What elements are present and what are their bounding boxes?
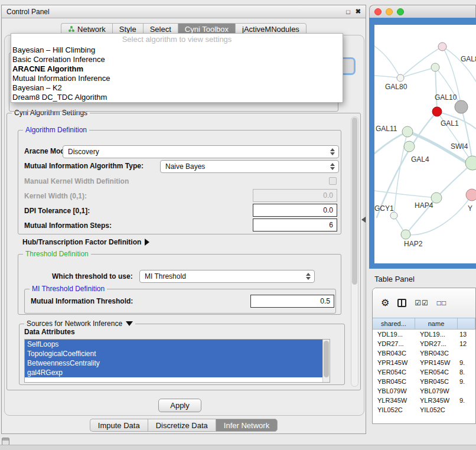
combo-arrows-icon: [306, 273, 312, 280]
apply-button[interactable]: Apply: [158, 399, 201, 412]
algorithm-option[interactable]: Bayesian – K2: [11, 83, 343, 93]
algorithm-option[interactable]: Bayesian – Hill Climbing: [11, 45, 343, 55]
hub-section-label: Hub/Transcription Factor Definition: [22, 238, 141, 246]
panel-splitter-handle[interactable]: [361, 217, 366, 223]
which-threshold-combobox[interactable]: MI Threshold: [139, 270, 315, 283]
data-attribute-item[interactable]: TopologicalCoefficient: [25, 349, 322, 358]
threshold-definition-groupbox: Threshold Definition Which threshold to …: [18, 254, 341, 315]
data-attribute-item[interactable]: SelfLoops: [25, 340, 322, 349]
table-row[interactable]: YDR27... YDR27... 12: [373, 339, 475, 348]
network-window-titlebar[interactable]: [369, 5, 476, 18]
network-edge[interactable]: [374, 132, 407, 154]
aracne-mode-combobox[interactable]: Discovery: [63, 145, 339, 158]
tab-infer-network-label: Infer Network: [224, 421, 269, 430]
network-node[interactable]: [402, 126, 413, 137]
cell-extra: 12: [458, 339, 475, 348]
data-attribute-item[interactable]: gal4RGexp: [25, 368, 322, 377]
manual-kernel-width-label: Manual Kernel Width Definition: [24, 177, 129, 185]
sources-section-toggle[interactable]: Sources for Network Inference: [24, 319, 135, 328]
table-row[interactable]: YBL079W YBL079W: [373, 386, 475, 396]
hub-section-toggle[interactable]: Hub/Transcription Factor Definition: [22, 238, 149, 246]
network-edge[interactable]: [400, 67, 435, 78]
application-root: Control Panel □ ✖ Network: [0, 0, 476, 450]
network-node-label: GAL80: [385, 83, 407, 91]
close-icon[interactable]: ✖: [356, 8, 361, 15]
mi-threshold-groupbox: MI Threshold Definition Mutual Informati…: [24, 289, 336, 314]
algorithm-option[interactable]: Dream8 DC_TDC Algorithm: [11, 93, 343, 102]
algorithm-option[interactable]: Mutual Information Inference: [11, 74, 343, 83]
deselect-all-checkboxes-icon[interactable]: □□: [437, 299, 447, 307]
column-header-name[interactable]: name: [415, 318, 458, 329]
network-node[interactable]: [390, 212, 397, 219]
algorithm-option[interactable]: Basic Correlation Inference: [11, 55, 343, 64]
manual-kernel-width-checkbox[interactable]: [329, 177, 337, 185]
algorithm-option[interactable]: ARACNE Algorithm: [11, 64, 343, 74]
table-row[interactable]: YER054C YER054C 8.: [373, 367, 475, 377]
tab-infer-network[interactable]: Infer Network: [216, 419, 278, 432]
close-traffic-light-icon[interactable]: [374, 8, 382, 15]
minimize-traffic-light-icon[interactable]: [386, 8, 393, 15]
network-node[interactable]: [401, 230, 410, 239]
mi-threshold-field[interactable]: 0.5: [250, 295, 334, 308]
network-node[interactable]: [404, 141, 415, 152]
network-node[interactable]: [455, 100, 468, 113]
sources-section-label: Sources for Network Inference: [27, 319, 122, 328]
network-node[interactable]: [438, 43, 446, 51]
network-focus-frame: GAL8GAL80GAL10GAL11GAL1SWI4GAL4GCY1HAP4Y…: [369, 18, 476, 269]
cyni-algorithm-settings-groupbox: Cyni Algorithm Settings Algorithm Defini…: [6, 113, 361, 390]
cell-shared-name: YBL079W: [373, 386, 415, 396]
algorithm-definition-groupbox: Algorithm Definition Aracne Mode: Discov…: [18, 130, 341, 234]
cell-extra: [458, 386, 475, 396]
network-edge[interactable]: [435, 67, 437, 112]
column-header-shared-name[interactable]: shared...: [373, 318, 415, 329]
column-header-extra[interactable]: [458, 318, 475, 329]
data-attribute-items: SelfLoopsTopologicalCoefficientBetweenne…: [25, 340, 330, 377]
data-attributes-label: Data Attributes: [24, 328, 75, 336]
cell-name: YDL19...: [415, 330, 458, 339]
float-window-icon[interactable]: □: [346, 8, 350, 15]
network-edge[interactable]: [442, 47, 476, 81]
mi-algorithm-type-combobox[interactable]: Naive Bayes: [160, 160, 339, 173]
cell-shared-name: YPR145W: [373, 358, 415, 367]
table-row[interactable]: YLR345W YLR345W 9.: [373, 396, 475, 405]
tab-jactivemnodules-label: jActiveMNodules: [242, 25, 299, 34]
kernel-width-field[interactable]: 0.0: [253, 189, 337, 202]
data-attribute-item[interactable]: BetweennessCentrality: [25, 358, 322, 368]
collapsed-arrow-icon: [145, 239, 149, 246]
control-panel-title: Control Panel: [6, 8, 50, 16]
tab-impute-data[interactable]: Impute Data: [90, 419, 148, 432]
network-edge[interactable]: [374, 191, 436, 198]
network-node[interactable]: [431, 63, 439, 71]
network-node-label: GAL10: [435, 93, 457, 102]
gear-icon[interactable]: ⚙: [381, 298, 389, 308]
control-panel-window: Control Panel □ ✖ Network: [1, 5, 366, 434]
zoom-traffic-light-icon[interactable]: [397, 8, 404, 15]
table-row[interactable]: YIL052C YIL052C: [373, 405, 475, 415]
network-node[interactable]: [432, 107, 442, 116]
network-canvas[interactable]: GAL8GAL80GAL10GAL11GAL1SWI4GAL4GCY1HAP4Y…: [374, 25, 476, 263]
settings-scrollbar-thumb[interactable]: [352, 118, 357, 285]
table-row[interactable]: YDL19... YDL19... 13: [373, 330, 475, 339]
table-row[interactable]: YBR043C YBR043C: [373, 348, 475, 358]
select-all-checkboxes-icon[interactable]: ☑☑: [415, 299, 429, 307]
cell-shared-name: YDR27...: [373, 339, 415, 348]
tab-discretize-data[interactable]: Discretize Data: [148, 419, 216, 432]
network-node[interactable]: [397, 74, 404, 81]
network-node[interactable]: [466, 189, 476, 201]
network-edge[interactable]: [374, 46, 400, 78]
cell-extra: 9.: [458, 358, 475, 367]
table-row[interactable]: YBR045C YBR045C 9.: [373, 377, 475, 386]
table-row[interactable]: YPR145W YPR145W 9.: [373, 358, 475, 367]
cell-name: YBL079W: [415, 386, 458, 396]
dpi-tolerance-field[interactable]: 0.0: [253, 204, 337, 217]
tab-network-label: Network: [77, 25, 106, 34]
network-edge[interactable]: [374, 76, 400, 78]
attributes-scrollbar-thumb[interactable]: [324, 341, 329, 377]
mi-steps-field[interactable]: 6: [253, 219, 337, 231]
attributes-scrollbar[interactable]: [322, 340, 330, 382]
mi-algorithm-type-value: Naive Bayes: [165, 162, 330, 171]
column-settings-icon[interactable]: [397, 299, 406, 307]
data-attributes-list: SelfLoopsTopologicalCoefficientBetweenne…: [24, 339, 330, 383]
cell-extra: 13: [458, 330, 475, 339]
settings-scrollbar[interactable]: [351, 116, 358, 387]
